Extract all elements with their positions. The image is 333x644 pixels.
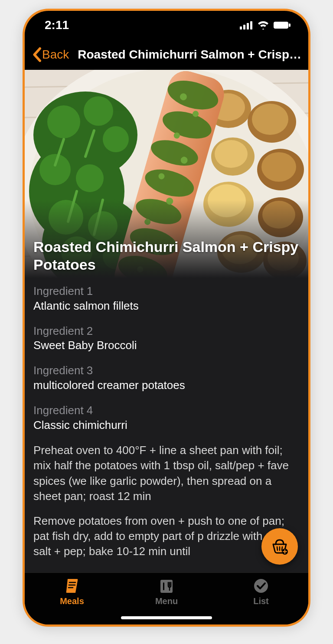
ingredient-item: Ingredient 4 Classic chimichurri [33,403,300,433]
cellular-icon [240,21,253,29]
svg-point-38 [261,152,296,182]
svg-line-67 [282,547,282,550]
svg-point-36 [215,140,248,168]
svg-point-22 [76,164,104,192]
svg-point-21 [39,154,71,185]
ingredient-label: Ingredient 4 [33,403,300,418]
back-button[interactable]: Back [29,46,72,64]
basket-add-icon [271,537,289,556]
svg-point-20 [103,126,129,152]
chevron-left-icon [33,47,41,62]
tab-list[interactable]: List [229,577,294,606]
back-label: Back [42,48,69,62]
tab-label: Meals [60,596,84,606]
svg-rect-5 [289,23,291,27]
svg-rect-2 [247,23,249,29]
ingredient-item: Ingredient 2 Sweet Baby Broccoli [33,324,300,353]
tab-menu[interactable]: Menu [134,577,199,606]
status-time: 2:11 [45,18,69,32]
svg-rect-4 [274,22,288,29]
recipe-hero-image: Roasted Chimichurri Salmon + Crispy Pota… [25,70,308,278]
recipe-title: Roasted Chimichurri Salmon + Crispy Pota… [25,238,308,274]
checkmark-circle-icon [252,577,270,595]
svg-rect-3 [250,21,252,29]
svg-point-76 [254,579,268,593]
phone-frame: 2:11 Back Roasted Chimichurri Salmon + C… [23,9,310,627]
instruction-step: Preheat oven to 400°F + line a sheet pan… [33,443,300,503]
receipt-icon [63,577,81,595]
home-indicator[interactable] [121,616,212,619]
nav-bar: Back Roasted Chimichurri Salmon + Crispy… [25,39,308,70]
svg-line-65 [277,547,278,550]
tab-label: Menu [155,596,178,606]
svg-rect-0 [240,26,242,29]
battery-icon [274,21,291,29]
tab-label: List [253,596,269,606]
status-indicators [240,21,291,29]
phone-screen: 2:11 Back Roasted Chimichurri Salmon + C… [25,11,308,624]
ingredient-label: Ingredient 3 [33,363,300,378]
svg-rect-1 [243,25,245,29]
nav-title: Roasted Chimichurri Salmon + Crispy ... [78,48,306,62]
ingredient-label: Ingredient 1 [33,284,300,299]
ingredient-label: Ingredient 2 [33,324,300,339]
status-bar: 2:11 [25,11,308,39]
ingredient-value: Classic chimichurri [33,418,300,433]
tab-meals[interactable]: Meals [39,577,104,606]
ingredient-item: Ingredient 3 multicolored creamer potato… [33,363,300,393]
ingredient-value: Atlantic salmon fillets [33,299,300,314]
instruction-step: Remove potatoes from oven + push to one … [33,513,300,559]
ingredient-item: Ingredient 1 Atlantic salmon fillets [33,284,300,314]
svg-rect-75 [163,582,164,590]
add-to-basket-button[interactable] [261,528,298,565]
ingredient-value: Sweet Baby Broccoli [33,338,300,353]
svg-point-34 [252,104,288,135]
wifi-icon [257,21,269,29]
menu-fork-icon [158,577,175,595]
svg-point-19 [84,96,113,126]
svg-point-18 [47,105,80,138]
ingredient-value: multicolored creamer potatoes [33,378,300,393]
